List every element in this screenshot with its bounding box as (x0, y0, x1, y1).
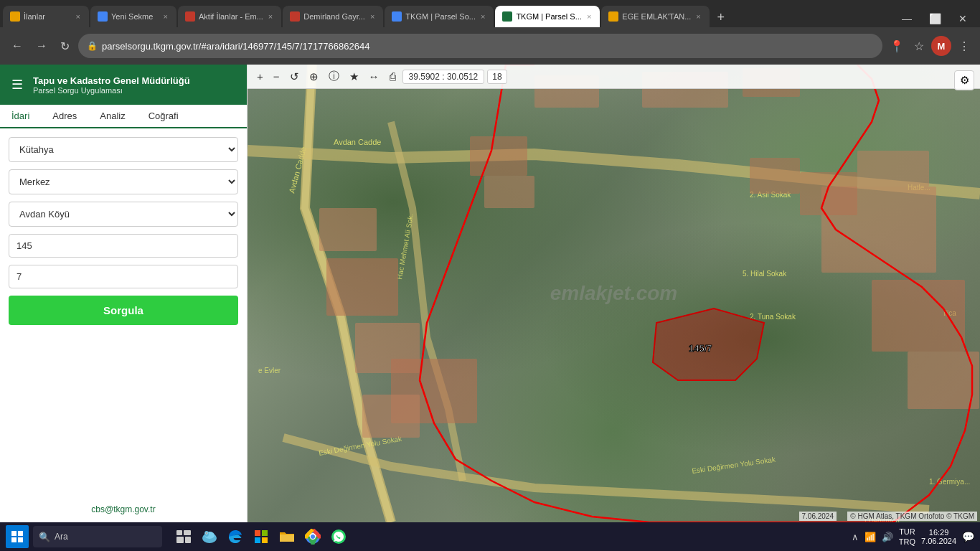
notification-icon[interactable]: 💬 (962, 531, 974, 542)
chrome-btn[interactable] (301, 525, 324, 548)
restore-btn[interactable]: ⬜ (923, 10, 947, 27)
taskbar: 🔍 Ara (0, 522, 980, 551)
dolphin-icon (199, 527, 220, 547)
tab-close-btn[interactable]: × (267, 11, 274, 22)
svg-rect-22 (857, 151, 929, 187)
date-display: 7.06.2024 (921, 537, 956, 545)
tab-favicon (185, 11, 195, 22)
menu-btn[interactable]: ⋮ (956, 37, 973, 56)
zoom-in-btn[interactable]: + (253, 68, 267, 85)
map-settings-btn[interactable]: ⚙ (954, 70, 974, 90)
parcel-input[interactable] (9, 234, 238, 258)
datetime-display[interactable]: 16:29 7.06.2024 (921, 528, 956, 545)
refresh-btn[interactable]: ↺ (286, 68, 303, 85)
svg-rect-40 (255, 530, 260, 536)
svg-rect-43 (262, 537, 268, 543)
url-input[interactable] (102, 41, 874, 52)
bookmark-btn[interactable]: ☆ (911, 37, 927, 56)
tab-nav-analiz[interactable]: Analiz (88, 105, 136, 127)
measure-btn[interactable]: ↔ (365, 68, 383, 85)
tab-close-btn[interactable]: × (162, 11, 169, 22)
tab-ilanlar[interactable]: İlanlar × (3, 6, 89, 27)
query-btn[interactable]: Sorgula (9, 296, 238, 325)
district-select[interactable]: Merkez (9, 169, 238, 194)
locate-btn[interactable]: ⊕ (306, 68, 322, 85)
tab-nav-adres[interactable]: Adres (41, 105, 88, 127)
svg-text:145/7: 145/7 (689, 343, 712, 354)
neighborhood-select[interactable]: Avdan Köyü (9, 202, 238, 227)
svg-text:Avdan Cadde: Avdan Cadde (334, 138, 381, 146)
zoom-out-btn[interactable]: − (270, 68, 283, 85)
new-tab-btn[interactable]: + (711, 7, 731, 27)
svg-rect-28 (484, 176, 534, 208)
tab-bar: İlanlar × Yeni Sekme × Aktif İlanlar - E… (0, 0, 980, 27)
window-controls: — ⬜ ✕ (896, 10, 980, 27)
forward-btn[interactable]: → (32, 37, 52, 55)
tab-favicon (502, 11, 512, 22)
tab-close-btn[interactable]: × (585, 11, 593, 22)
province-select[interactable]: Kütahya (9, 137, 238, 162)
map-zoom-level: 18 (487, 70, 507, 84)
tab-label: Demirland Gayr... (303, 12, 365, 21)
tab-yeni-sekme[interactable]: Yeni Sekme × (90, 6, 176, 27)
chevron-up-icon[interactable]: ∧ (852, 532, 859, 542)
favorite-btn[interactable]: ★ (346, 68, 362, 85)
store-btn[interactable] (250, 525, 273, 548)
contact-link[interactable]: cbs@tkgm.gov.tr (91, 504, 155, 514)
org-name: Tapu ve Kadastro Genel Müdürlüğü (33, 75, 190, 86)
close-btn[interactable]: ✕ (953, 10, 973, 27)
taskbar-search[interactable]: 🔍 Ara (33, 526, 162, 547)
map-area[interactable]: Avdan Cadde Avdan Cadde Hac Mehmet Ali S… (248, 65, 980, 522)
tab-aktif-ilanlar[interactable]: Aktif İlanlar - Em... × (178, 6, 281, 27)
sidebar: ☰ Tapu ve Kadastro Genel Müdürlüğü Parse… (0, 65, 248, 522)
location-btn[interactable]: 📍 (887, 37, 907, 56)
tab-close-btn[interactable]: × (75, 11, 82, 22)
search-placeholder: Ara (55, 532, 68, 542)
tab-close-btn[interactable]: × (694, 11, 702, 22)
tab-ege-emlak[interactable]: EGE EMLAK'TAN... × (601, 6, 709, 27)
svg-rect-20 (908, 352, 979, 409)
reload-btn[interactable]: ↻ (56, 37, 74, 56)
svg-rect-42 (255, 537, 260, 543)
back-btn[interactable]: ← (7, 37, 27, 55)
edge-btn[interactable] (224, 525, 247, 548)
svg-text:e Evler: e Evler (258, 367, 281, 375)
svg-rect-27 (470, 136, 527, 176)
svg-text:2. Tuna Sokak: 2. Tuna Sokak (750, 313, 796, 321)
tab-demirland[interactable]: Demirland Gayr... × (283, 6, 383, 27)
print-btn[interactable]: ⎙ (386, 68, 400, 85)
file-manager-btn[interactable] (275, 525, 298, 548)
tab-tkgm2-active[interactable]: TKGM | Parsel S... × (495, 6, 600, 27)
tab-tkgm1[interactable]: TKGM | Parsel So... × (385, 6, 494, 27)
speaker-icon[interactable]: 🔊 (882, 532, 893, 542)
info-btn[interactable]: ⓘ (325, 67, 343, 85)
svg-rect-32 (184, 530, 191, 535)
whatsapp-btn[interactable] (327, 525, 350, 548)
map-toolbar: + − ↺ ⊕ ⓘ ★ ↔ ⎙ 39.5902 : 30.0512 18 (248, 65, 980, 89)
tab-favicon (608, 11, 618, 22)
lang-display[interactable]: TUR TRQ (899, 527, 915, 547)
tab-nav-cografi[interactable]: Coğrafi (137, 105, 190, 127)
chrome-icon (305, 529, 321, 545)
island-input[interactable] (9, 265, 238, 288)
hamburger-icon[interactable]: ☰ (9, 74, 26, 95)
start-btn[interactable] (6, 525, 29, 548)
tab-nav-idari[interactable]: İdari (0, 105, 41, 128)
tab-close-btn[interactable]: × (369, 11, 376, 22)
taskview-btn[interactable] (172, 525, 195, 548)
tab-favicon (10, 11, 20, 22)
profile-btn[interactable]: M (931, 36, 951, 56)
address-bar[interactable]: 🔒 (78, 34, 882, 58)
minimize-btn[interactable]: — (896, 10, 918, 27)
taskview-icon (176, 530, 191, 543)
sidebar-header: ☰ Tapu ve Kadastro Genel Müdürlüğü Parse… (0, 65, 247, 105)
tab-label: EGE EMLAK'TAN... (622, 12, 691, 21)
svg-text:Eski Değirmen Yolu Sokak: Eski Değirmen Yolu Sokak (318, 435, 402, 457)
map-svg-overlay: Avdan Cadde Avdan Cadde Hac Mehmet Ali S… (248, 65, 980, 522)
file-explorer-btn[interactable] (198, 525, 221, 548)
svg-text:1. Germiya...: 1. Germiya... (929, 478, 970, 486)
network-icon[interactable]: 📶 (864, 532, 876, 542)
tab-nav: İdari Adres Analiz Coğrafi (0, 105, 247, 128)
svg-point-47 (311, 534, 315, 539)
tab-close-btn[interactable]: × (479, 11, 486, 22)
